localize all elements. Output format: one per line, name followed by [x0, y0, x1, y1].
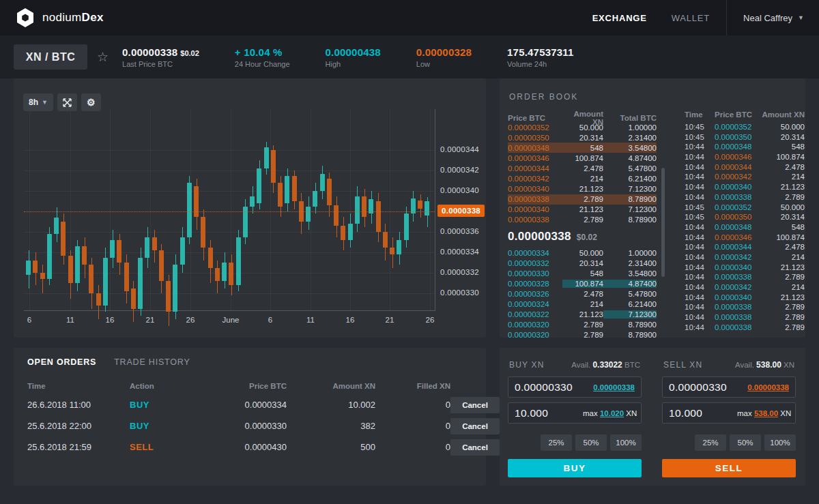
buy-form: BUY XN Avail. 0.33022 BTC 0.00000338 max…	[508, 356, 642, 477]
action-cell: SELL	[130, 442, 191, 452]
price-cell: 0.00000324	[508, 300, 562, 308]
v-gridline	[150, 109, 151, 310]
candlestick-plot[interactable]: 0.00003440.00003420.00003400.00003360.00…	[14, 78, 486, 338]
candle-up	[320, 174, 325, 192]
x-axis-label: 21	[146, 316, 155, 324]
sell-order-row[interactable]: 0.000003382.7898.78900	[508, 194, 657, 205]
buy-order-row[interactable]: 0.000003305483.54800	[508, 268, 657, 278]
buy-order-row[interactable]: 0.0000032221.1237.12300	[508, 310, 657, 320]
buy-order-row[interactable]: 0.00000328100.8744.87400	[508, 278, 657, 288]
total-cell: 4.87400	[603, 280, 657, 288]
sell-max-link[interactable]: 538.00	[754, 409, 778, 417]
total-cell: 8.78900	[603, 321, 657, 329]
cancel-button[interactable]: Cancel	[450, 418, 500, 434]
amount-cell: 2.478	[562, 290, 603, 298]
buy-percent-25[interactable]: 25%	[541, 434, 572, 451]
buy-price-input[interactable]	[515, 381, 583, 394]
cancel-button[interactable]: Cancel	[450, 397, 500, 413]
candle-up	[404, 213, 409, 240]
candle-down	[208, 248, 213, 268]
sell-order-row[interactable]: 0.0000035020.3142.31400	[508, 132, 657, 143]
user-menu[interactable]: Neal Caffrey ▼	[743, 13, 804, 23]
amount-cell: 2.478	[758, 243, 805, 251]
orders-tabs: OPEN ORDERSTRADE HISTORY	[27, 357, 472, 367]
sell-percent-50[interactable]: 50%	[730, 434, 761, 451]
tab-trade-history[interactable]: TRADE HISTORY	[114, 357, 190, 367]
amount-cell: 50.000	[562, 123, 603, 132]
amount-cell: 20.314	[562, 259, 603, 267]
sell-order-row[interactable]: 0.000003422146.21400	[508, 174, 657, 184]
price-cell: 0.0000350	[709, 133, 758, 141]
sell-percent-25[interactable]: 25%	[695, 434, 726, 451]
sell-order-row[interactable]: 0.000003442.4785.47800	[508, 163, 657, 173]
nav-link-exchange[interactable]: EXCHANGE	[592, 13, 647, 23]
price-axis-line	[435, 109, 435, 310]
candle-up	[145, 237, 149, 258]
time-cell: 25.6.2018 22:00	[27, 421, 130, 431]
stat-last-price-btc: 0.00000338$0.02Last Price BTC	[122, 46, 199, 68]
brand[interactable]: nodiumDex	[15, 8, 104, 28]
h-gridline	[24, 171, 435, 171]
buy-order-row[interactable]: 0.0000033220.3142.31400	[508, 258, 657, 268]
amount-cell: 2.789	[758, 313, 805, 321]
buy-order-row[interactable]: 0.000003202.7898.78900	[508, 320, 657, 330]
sell-submit-button[interactable]: SELL	[662, 459, 796, 477]
interval-dropdown[interactable]: 8h ▼	[23, 93, 53, 111]
sell-price-input[interactable]	[669, 381, 737, 394]
buy-price-fill-link[interactable]: 0.00000338	[593, 383, 635, 391]
sell-order-row[interactable]: 0.000003485483.54800	[508, 143, 657, 153]
buy-order-row[interactable]: 0.0000033450.0001.00000	[508, 248, 657, 258]
tab-open-orders[interactable]: OPEN ORDERS	[27, 357, 96, 367]
fullscreen-button[interactable]	[57, 93, 77, 111]
amount-cell: 2.789	[758, 303, 805, 311]
trade-row: 10:440.00003382.789	[685, 272, 805, 282]
favorite-star-icon[interactable]: ☆	[97, 50, 109, 63]
sell-percent-100[interactable]: 100%	[764, 434, 796, 451]
buy-submit-button[interactable]: BUY	[508, 459, 642, 477]
cancel-button[interactable]: Cancel	[450, 439, 500, 456]
buy-percent-50[interactable]: 50%	[575, 434, 607, 451]
price-cell: 0.00000320	[508, 321, 562, 329]
total-cell: 7.12300	[603, 185, 657, 193]
amount-cell: 100.874	[562, 154, 603, 162]
x-axis-label: 21	[386, 316, 394, 324]
sell-order-row[interactable]: 0.00000346100.8744.87400	[508, 153, 657, 163]
pair-selector[interactable]: XN / BTC	[14, 44, 87, 70]
price-cell: 0.0000338	[709, 303, 758, 311]
open-order-row: 26.6.2018 11:00BUY0.000033410.0020Cancel	[27, 394, 472, 415]
price-cell: 0.0000350	[709, 213, 758, 221]
buy-order-row[interactable]: 0.000003262.4785.47800	[508, 288, 657, 299]
candle-down	[418, 201, 422, 209]
buy-percent-100[interactable]: 100%	[610, 434, 642, 451]
price-cell: 0.00000348	[508, 144, 562, 152]
buy-order-row[interactable]: 0.000003242146.21400	[508, 299, 657, 310]
buy-order-row[interactable]: 0.000003202.7898.78900	[508, 330, 657, 340]
price-cell: 0.0000348	[709, 143, 758, 151]
buy-amount-input[interactable]	[515, 407, 583, 419]
price-cell: 0.00000322	[508, 310, 562, 318]
open-order-row: 25.6.2018 21:59SELL0.00004305000Cancel	[27, 436, 472, 458]
trade-row: 10:440.0000342214	[685, 252, 805, 263]
x-axis-label: 16	[106, 316, 115, 324]
scrollbar-thumb[interactable]	[661, 168, 665, 277]
stat-volume-24h: 175.47537311Volume 24h	[507, 46, 574, 68]
sell-order-row[interactable]: 0.0000034021.1237.12300	[508, 184, 657, 194]
amount-cell: 20.314	[562, 134, 603, 142]
buy-max-link[interactable]: 10.020	[600, 409, 624, 417]
sell-amount-input[interactable]	[669, 407, 737, 419]
sell-order-row[interactable]: 0.0000035250.0001.00000	[508, 122, 657, 132]
sell-order-row[interactable]: 0.000003382.7898.78900	[508, 215, 657, 225]
amount-cell: 100.874	[562, 280, 603, 288]
price-cell: 0.00000340	[508, 185, 562, 193]
stat-value: 0.00000328	[416, 46, 472, 58]
sell-order-row[interactable]: 0.0000034021.1237.12300	[508, 205, 657, 215]
sell-price-fill-link[interactable]: 0.00000338	[747, 383, 789, 391]
price-cell: 0.0000338	[709, 193, 758, 201]
nav-link-wallet[interactable]: WALLET	[672, 13, 710, 23]
settings-button[interactable]: ⚙	[81, 93, 101, 111]
total-cell: 2.31400	[603, 259, 657, 267]
price-cell: 0.00000334	[508, 249, 562, 257]
price-cell: 0.0000338	[709, 313, 758, 321]
amount-cell: 21.123	[758, 263, 805, 271]
candle-up	[250, 196, 255, 207]
